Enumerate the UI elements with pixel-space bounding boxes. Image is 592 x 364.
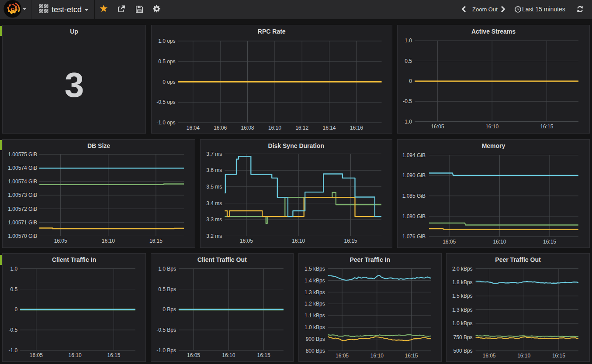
svg-text:3.2 ms: 3.2 ms (206, 233, 222, 239)
svg-text:1.0 kBps: 1.0 kBps (452, 320, 473, 326)
svg-text:16:10: 16:10 (485, 124, 499, 130)
svg-text:3.6 ms: 3.6 ms (206, 167, 222, 173)
svg-text:3.7 ms: 3.7 ms (206, 151, 222, 157)
svg-text:-0.5: -0.5 (403, 98, 412, 104)
svg-text:16:05: 16:05 (336, 353, 349, 359)
svg-text:1.00574 GiB: 1.00574 GiB (8, 179, 37, 185)
svg-text:16:06: 16:06 (214, 125, 227, 131)
svg-text:16:05: 16:05 (443, 239, 456, 245)
svg-text:1.0: 1.0 (405, 38, 412, 44)
svg-text:16:10: 16:10 (292, 238, 305, 244)
svg-text:1.094 GiB: 1.094 GiB (402, 152, 426, 158)
svg-text:-1.0: -1.0 (403, 119, 412, 125)
svg-text:1.00573 GiB: 1.00573 GiB (8, 192, 37, 198)
svg-text:1.090 GiB: 1.090 GiB (402, 172, 426, 179)
svg-text:16:15: 16:15 (543, 239, 556, 245)
svg-text:1.080 GiB: 1.080 GiB (402, 213, 426, 220)
svg-text:16:15: 16:15 (107, 352, 120, 358)
svg-text:0.5: 0.5 (10, 286, 18, 292)
svg-text:1.0 kBps: 1.0 kBps (305, 324, 325, 330)
svg-text:-0.5: -0.5 (9, 327, 18, 333)
svg-text:16:05: 16:05 (239, 238, 253, 244)
svg-text:3.5 ms: 3.5 ms (206, 184, 222, 190)
svg-text:0 Bps: 0 Bps (163, 306, 176, 312)
svg-text:1.0: 1.0 (10, 266, 18, 272)
svg-text:0.5 Bps: 0.5 Bps (158, 286, 176, 292)
svg-text:16:16: 16:16 (350, 125, 363, 131)
svg-text:16:10: 16:10 (69, 352, 82, 358)
svg-text:1.5 kBps: 1.5 kBps (452, 293, 473, 299)
svg-text:1.1 kBps: 1.1 kBps (305, 312, 325, 319)
svg-text:1.2 kBps: 1.2 kBps (305, 301, 325, 307)
svg-text:16:10: 16:10 (493, 239, 506, 245)
svg-text:1.00572 GiB: 1.00572 GiB (8, 206, 37, 212)
svg-text:0.5: 0.5 (405, 58, 412, 64)
svg-text:1.5 kBps: 1.5 kBps (305, 266, 325, 272)
svg-text:3.4 ms: 3.4 ms (206, 200, 222, 206)
svg-text:16:10: 16:10 (370, 353, 384, 359)
svg-text:800 Bps: 800 Bps (306, 348, 325, 354)
svg-text:16:05: 16:05 (30, 352, 43, 358)
svg-text:2.0 kBps: 2.0 kBps (452, 266, 473, 272)
svg-text:-0.5 ops: -0.5 ops (156, 99, 175, 105)
svg-text:1.0 ops: 1.0 ops (158, 38, 175, 44)
svg-text:-1.0 Bps: -1.0 Bps (156, 347, 176, 354)
svg-text:1.076 GiB: 1.076 GiB (402, 234, 426, 240)
svg-text:16:15: 16:15 (149, 238, 163, 244)
svg-text:-1.0: -1.0 (9, 347, 18, 354)
svg-text:-1.0 ops: -1.0 ops (156, 120, 175, 126)
svg-text:16:05: 16:05 (187, 352, 200, 358)
svg-text:16:14: 16:14 (322, 125, 336, 131)
svg-text:16:10: 16:10 (517, 353, 530, 359)
svg-text:0.5 ops: 0.5 ops (158, 58, 175, 65)
svg-text:1.0 Bps: 1.0 Bps (158, 266, 176, 272)
svg-text:16:12: 16:12 (295, 125, 308, 131)
svg-text:16:08: 16:08 (241, 125, 254, 131)
svg-text:16:04: 16:04 (186, 125, 199, 131)
svg-text:0: 0 (15, 306, 18, 312)
svg-text:500 Bps: 500 Bps (454, 348, 473, 354)
svg-text:900 Bps: 900 Bps (306, 336, 325, 342)
svg-text:750 Bps: 750 Bps (454, 334, 473, 340)
svg-text:16:10: 16:10 (268, 125, 281, 131)
svg-text:0 ops: 0 ops (163, 79, 175, 85)
svg-text:-0.5 Bps: -0.5 Bps (156, 327, 176, 333)
svg-text:16:15: 16:15 (344, 238, 357, 244)
svg-text:16:15: 16:15 (540, 124, 553, 130)
svg-text:1.3 kBps: 1.3 kBps (452, 307, 473, 313)
svg-text:3.3 ms: 3.3 ms (206, 216, 222, 223)
svg-text:16:15: 16:15 (257, 352, 270, 358)
svg-text:16:15: 16:15 (405, 353, 418, 359)
svg-text:16:05: 16:05 (431, 124, 444, 130)
svg-text:1.085 GiB: 1.085 GiB (402, 193, 426, 199)
svg-text:1.00574 GiB: 1.00574 GiB (8, 165, 37, 171)
svg-text:16:10: 16:10 (222, 352, 235, 358)
svg-text:1.3 kBps: 1.3 kBps (305, 289, 325, 295)
svg-text:1.00570 GiB: 1.00570 GiB (8, 233, 37, 239)
svg-text:1.8 kBps: 1.8 kBps (452, 279, 473, 285)
svg-text:16:05: 16:05 (54, 238, 67, 244)
svg-text:1.4 kBps: 1.4 kBps (305, 278, 325, 284)
svg-text:16:05: 16:05 (482, 353, 495, 359)
svg-text:1.00571 GiB: 1.00571 GiB (8, 220, 37, 226)
svg-text:0: 0 (409, 78, 412, 84)
svg-text:1.00575 GiB: 1.00575 GiB (8, 151, 37, 158)
svg-text:16:15: 16:15 (552, 353, 565, 359)
svg-text:16:10: 16:10 (102, 238, 115, 244)
